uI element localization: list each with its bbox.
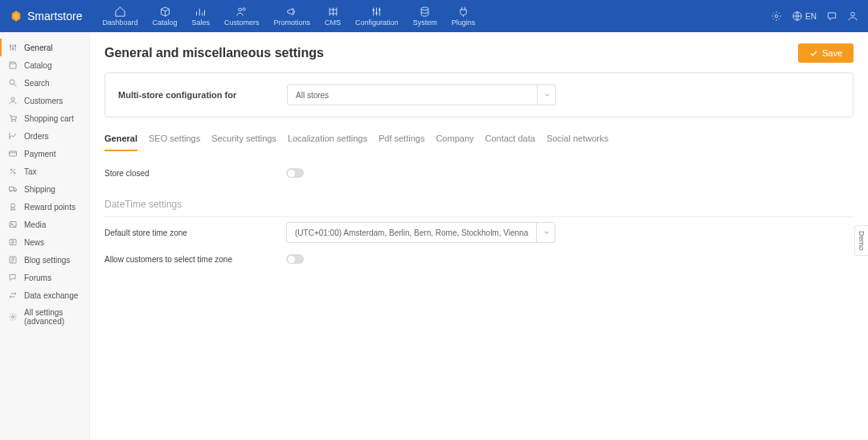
sidebar-item-reward[interactable]: Reward points xyxy=(0,198,89,216)
svg-point-18 xyxy=(14,172,15,174)
topnav-customers[interactable]: Customers xyxy=(217,4,267,28)
topnav-cms[interactable]: CMS xyxy=(317,4,348,28)
topnav-catalog[interactable]: Catalog xyxy=(145,4,185,28)
svg-point-15 xyxy=(14,121,16,122)
brand-name: Smartstore xyxy=(27,10,82,23)
allow-timezone-label: Allow customers to select time zone xyxy=(104,255,286,264)
sidebar-item-blog[interactable]: Blog settings xyxy=(0,251,89,269)
topnav-promotions[interactable]: Promotions xyxy=(267,4,318,28)
sidebar-item-tax[interactable]: Tax xyxy=(0,162,89,180)
demo-tab[interactable]: Demo xyxy=(854,225,868,256)
page-title: General and miscellaneous settings xyxy=(104,46,324,60)
allow-timezone-toggle[interactable] xyxy=(286,254,304,264)
sidebar-item-catalog[interactable]: Catalog xyxy=(0,56,89,74)
svg-point-6 xyxy=(775,14,778,18)
help-icon[interactable] xyxy=(826,10,837,22)
svg-point-5 xyxy=(421,7,428,10)
svg-point-14 xyxy=(11,121,13,122)
svg-point-13 xyxy=(11,97,14,101)
field-store-closed: Store closed xyxy=(104,162,854,184)
tab-general[interactable]: General xyxy=(104,130,137,151)
tab-seo[interactable]: SEO settings xyxy=(149,130,200,151)
store-closed-label: Store closed xyxy=(104,169,286,178)
sidebar-item-dataexchange[interactable]: Data exchange xyxy=(0,286,89,304)
svg-point-19 xyxy=(10,191,12,192)
brand-logo[interactable]: Smartstore xyxy=(10,10,82,23)
sidebar-item-news[interactable]: News xyxy=(0,233,89,251)
topnav-sales[interactable]: Sales xyxy=(185,4,218,28)
settings-tabs: General SEO settings Security settings L… xyxy=(104,130,854,152)
sidebar-item-payment[interactable]: Payment xyxy=(0,145,89,162)
topbar-right: EN xyxy=(771,10,858,22)
check-icon xyxy=(809,49,818,58)
sidebar-item-customers[interactable]: Customers xyxy=(0,92,89,109)
svg-rect-24 xyxy=(10,240,16,245)
language-selector[interactable]: EN xyxy=(792,10,817,22)
tab-localization[interactable]: Localization settings xyxy=(288,130,367,151)
topnav-plugins[interactable]: Plugins xyxy=(444,4,483,28)
topnav: Dashboard Catalog Sales Customers Promot… xyxy=(95,4,482,28)
field-allow-timezone: Allow customers to select time zone xyxy=(104,248,854,270)
save-button[interactable]: Save xyxy=(798,43,854,63)
multistore-select[interactable]: All stores xyxy=(287,84,556,105)
svg-point-8 xyxy=(851,12,855,16)
topnav-dashboard[interactable]: Dashboard xyxy=(95,4,145,28)
topnav-configuration[interactable]: Configuration xyxy=(348,4,406,28)
tab-social[interactable]: Social networks xyxy=(547,130,608,151)
svg-point-17 xyxy=(10,169,12,171)
sidebar-item-forums[interactable]: Forums xyxy=(0,269,89,286)
svg-point-26 xyxy=(12,316,14,319)
svg-point-20 xyxy=(14,191,16,192)
store-closed-toggle[interactable] xyxy=(286,168,304,178)
datetime-heading: DateTime settings xyxy=(104,199,854,217)
multistore-card: Multi-store configuration for All stores xyxy=(104,72,854,117)
topnav-system[interactable]: System xyxy=(406,4,444,28)
user-icon[interactable] xyxy=(847,10,858,22)
svg-point-1 xyxy=(243,8,245,10)
tab-pdf[interactable]: Pdf settings xyxy=(379,130,424,151)
gear-icon[interactable] xyxy=(771,10,782,22)
sidebar-item-media[interactable]: Media xyxy=(0,216,89,233)
field-timezone: Default store time zone (UTC+01:00) Amst… xyxy=(104,217,854,248)
sidebar-item-general[interactable]: General xyxy=(0,39,89,56)
sidebar-item-orders[interactable]: Orders xyxy=(0,127,89,145)
svg-rect-16 xyxy=(10,151,17,156)
tab-contact[interactable]: Contact data xyxy=(485,130,535,151)
main-content: General and miscellaneous settings Save … xyxy=(90,32,868,440)
svg-point-0 xyxy=(239,8,242,11)
sidebar-item-search[interactable]: Search xyxy=(0,74,89,92)
svg-point-23 xyxy=(11,223,13,224)
timezone-label: Default store time zone xyxy=(104,228,286,237)
brand-icon xyxy=(10,10,23,23)
svg-point-12 xyxy=(10,80,14,84)
sidebar-item-allsettings[interactable]: All settings (advanced) xyxy=(0,304,89,330)
timezone-select[interactable]: (UTC+01:00) Amsterdam, Berlin, Bern, Rom… xyxy=(286,222,555,243)
sidebar-item-cart[interactable]: Shopping cart xyxy=(0,109,89,127)
tab-security[interactable]: Security settings xyxy=(211,130,276,151)
tab-company[interactable]: Company xyxy=(436,130,473,151)
topbar: Smartstore Dashboard Catalog Sales Custo… xyxy=(0,0,868,32)
svg-point-21 xyxy=(11,204,15,208)
sidebar-item-shipping[interactable]: Shipping xyxy=(0,180,89,198)
multistore-label: Multi-store configuration for xyxy=(118,90,287,100)
sidebar: General Catalog Search Customers Shoppin… xyxy=(0,32,90,440)
